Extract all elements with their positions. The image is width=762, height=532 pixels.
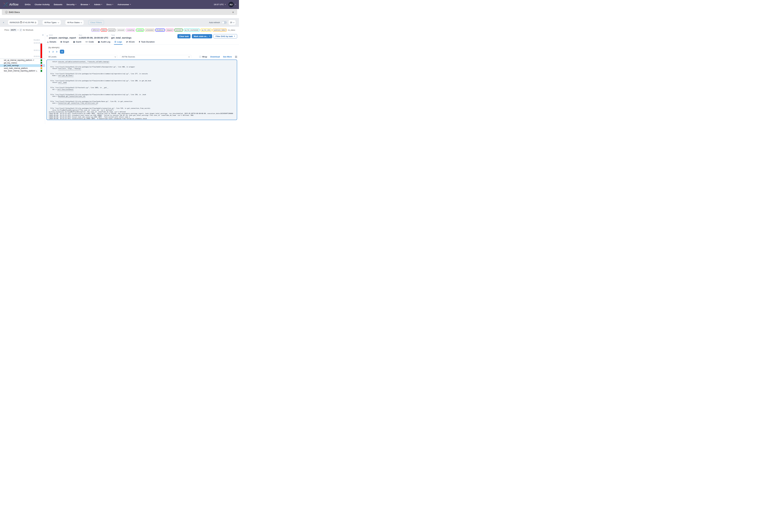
duration-tick: 00:00:28 [34,42,40,44]
chevron-down-icon [58,22,59,23]
status-badge: no_status [228,29,235,31]
caret-down-icon: ▼ [225,4,226,5]
timezone-dropdown[interactable]: 19:57 UTC▼ [214,3,226,6]
chevron-down-icon [189,56,190,57]
details-icon: △ [47,41,48,43]
attempt-selector: 1 2 3 4 [49,50,239,54]
breadcrumb-run-label: Run [79,34,108,36]
filter-dag-by-task-button[interactable]: Filter DAG by task▼ [213,34,237,38]
nav-item-browse[interactable]: Browse▼ [81,3,90,6]
run-types-select[interactable]: All Run Types [42,20,61,25]
task-status-square[interactable] [41,62,42,64]
task-row-selected[interactable]: get_total_earnings [0,64,45,67]
attempt-1[interactable]: 1 [49,50,50,53]
clear-filters-button[interactable]: Clear Filters [88,20,104,25]
caret-down-icon: ▼ [130,4,131,5]
auto-refresh-toggle[interactable] [222,21,227,24]
attempt-4-active[interactable]: 4 [60,50,64,54]
breadcrumb-run-value[interactable]: ◷ 2025-05-09, 19:00:00 UTC [79,36,108,39]
breadcrumb-task-value[interactable]: get_total_earnings [111,36,131,39]
tab-gantt[interactable]: ▤Gantt [73,40,81,44]
file-sources-select[interactable]: All File Sources [120,55,191,58]
task-row[interactable]: tear_down_internal_reporting_platform ↘ [0,70,45,72]
wrap-toggle[interactable]: Wrap [199,56,207,58]
breadcrumb-dag-value[interactable]: prepare_earnings_report [49,36,76,39]
run-duration-bar[interactable] [40,43,42,58]
avatar[interactable]: AU [228,2,234,7]
base-date-input[interactable]: 05/09/2025 07:41:50 PM ◷ [8,20,38,25]
task-row[interactable]: send_mails_internal_platform [0,67,45,70]
collapse-filters-icon[interactable]: « [2,22,5,23]
log-footer-line: [2025-05-09, 19:23:23 UTC] {local_task_j… [49,120,237,120]
task-list: set_up_internal_reporting_platform ↗ get… [0,59,45,72]
nav-item-security[interactable]: Security▼ [66,3,77,6]
task-row[interactable]: get_key_metrics [0,62,45,64]
code-icon: <> [86,41,88,43]
wrap-checkbox[interactable] [199,56,201,58]
info-icon: i [5,11,8,13]
download-link[interactable]: Download [210,56,220,58]
gantt-icon: ▤ [73,41,75,43]
task-status-square[interactable] [41,59,42,61]
task-status-square[interactable] [41,67,42,69]
clear-task-button[interactable]: Clear task [178,34,190,38]
breadcrumb-task-label: Task [111,34,131,36]
tab-logs[interactable]: ☰Logs [114,40,122,44]
status-badge: failed [101,29,107,32]
caret-down-icon: ▼ [234,35,235,37]
see-more-link[interactable]: See More [223,56,232,58]
tab-audit-log[interactable]: ▣Audit Log [98,40,110,44]
task-row[interactable]: set_up_internal_reporting_platform ↗ [0,59,45,62]
dag-docs-bar[interactable]: i DAG Docs ∧ [2,9,237,15]
airflow-brand[interactable]: Airflow [3,2,19,7]
mark-state-button[interactable]: Mark state as...▼ [192,34,212,38]
detail-tabs: △Details ⊞Graph ▤Gantt <>Code ▣Audit Log… [46,40,239,44]
time-value: 07:41:50 PM [23,21,34,24]
shortcuts-hint: Press shift + / for Shortcuts [4,29,33,32]
nav-item-admin[interactable]: Admin▼ [94,3,102,6]
task-status-square[interactable] [41,70,42,72]
user-menu[interactable]: AU ▼ [228,2,236,7]
slash-key: / [19,29,22,32]
nav-item-astronomer[interactable]: Astronomer▼ [117,3,131,6]
audit-log-icon: ▣ [98,41,100,43]
nav-item-cluster-activity[interactable]: Cluster Activity [35,3,50,6]
fullscreen-icon[interactable] [235,56,237,58]
external-link-arrow-icon: ↗ [33,59,34,61]
collapse-panel-icon[interactable]: « [42,33,43,36]
tab-graph[interactable]: ⊞Graph [60,40,69,44]
toggle-knob [222,22,224,24]
top-navbar: Airflow DAGs Cluster Activity Datasets S… [0,0,239,9]
page-size-select[interactable]: 25 [229,20,236,25]
tab-code[interactable]: <>Code [86,40,94,44]
run-duration-column[interactable] [40,43,42,58]
log-levels-select[interactable]: All Levels [46,55,118,58]
collapse-chevron-icon[interactable]: ∧ [232,11,234,13]
duration-axis-label: Duration [34,39,40,41]
expand-panel-icon[interactable]: » [46,34,48,37]
attempt-3[interactable]: 3 [56,50,57,53]
logs-icon: ☰ [114,41,116,43]
log-group-end-link[interactable]: ▲▲▲ Log group end [98,120,113,120]
grid-panel: « Duration 00:00:28 00:00:14 00:00:00 se… [0,33,45,124]
status-badge: upstream_failed [213,29,227,32]
dag-docs-title: DAG Docs [9,11,20,13]
date-value: 05/09/2025 [10,21,20,24]
run-states-select[interactable]: All Run States [65,20,84,25]
status-badge: deferred [92,29,100,32]
tab-xcom[interactable]: ⇄XCom [126,40,135,44]
task-status-square[interactable] [41,65,42,66]
status-badge: running [136,29,144,32]
caret-down-icon: ▼ [112,4,114,5]
attempt-2[interactable]: 2 [52,50,53,53]
nav-item-dags[interactable]: DAGs [25,3,31,6]
nav-item-docs[interactable]: Docs▼ [107,3,114,6]
chevron-down-icon [80,22,82,23]
graph-icon: ⊞ [60,41,62,43]
task-duration-icon: ⧗ [139,40,140,43]
tab-task-duration[interactable]: ⧗Task Duration [139,40,155,44]
nav-item-datasets[interactable]: Datasets [54,3,62,6]
tab-details[interactable]: △Details [47,40,56,44]
status-badge: scheduled [145,29,155,32]
airflow-pinwheel-icon [3,2,8,7]
